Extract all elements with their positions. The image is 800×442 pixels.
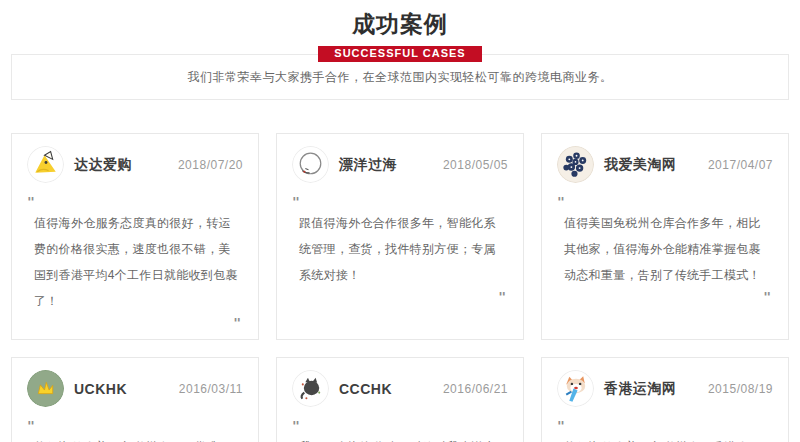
open-quote-icon xyxy=(292,195,508,208)
close-quote-icon xyxy=(557,290,771,303)
success-cases-section: 成功案例 SUCCESSFUL CASES 我们非常荣幸与大家携手合作，在全球范… xyxy=(0,12,800,442)
card-date: 2016/03/11 xyxy=(179,382,243,396)
card-name: 达达爱购 xyxy=(74,156,132,174)
card-name: UCKHK xyxy=(74,381,127,397)
card-date: 2016/06/21 xyxy=(443,382,508,396)
open-quote-icon xyxy=(27,195,243,208)
card-date: 2015/08/19 xyxy=(708,382,773,396)
card-name: 漂洋过海 xyxy=(339,156,397,174)
intro-text: 我们非常荣幸与大家携手合作，在全球范围内实现轻松可靠的跨境电商业务。 xyxy=(22,69,778,86)
green-crown-avatar xyxy=(27,370,64,407)
card-date: 2018/05/05 xyxy=(443,158,508,172)
card-name: 我爱美淘网 xyxy=(604,156,677,174)
page-title: 成功案例 xyxy=(0,12,800,37)
black-cat-avatar xyxy=(292,370,329,407)
testimonial-card: CCCHK 2016/06/21 我是一个海淘代购，时效对我来说真的很重要，值得… xyxy=(276,357,524,442)
testimonial-card: 达达爱购 2018/07/20 值得海外仓服务态度真的很好，转运费的价格很实惠，… xyxy=(11,133,259,340)
close-quote-icon xyxy=(27,316,241,329)
card-header: 漂洋过海 2018/05/05 xyxy=(292,146,508,183)
testimonial-card: UCKHK 2016/03/11 值得海外仓美国免税州仓，发货准时，运费非常便宜… xyxy=(11,357,259,442)
card-header: 我爱美淘网 2017/04/07 xyxy=(557,146,773,183)
card-quote-text: 值得美国免税州仓库合作多年，相比其他家，值得海外仓能精准掌握包裹动态和重量，告别… xyxy=(564,210,773,288)
open-quote-icon xyxy=(557,195,773,208)
banner-ribbon: SUCCESSFUL CASES xyxy=(318,46,481,62)
card-quote-text: 值得海外仓美国免税州仓，发货准时，运费非常便宜；作为一个香港客户必须给个 LIK… xyxy=(34,434,243,442)
card-name: 香港运淘网 xyxy=(604,380,677,398)
card-header: CCCHK 2016/06/21 xyxy=(292,370,508,407)
banner-ribbon-wrap: SUCCESSFUL CASES xyxy=(0,43,800,62)
testimonial-card: 香港运淘网 2015/08/19 值得海外仓美国免税州仓，香港仓 跟我司系统进行… xyxy=(541,357,789,442)
open-quote-icon xyxy=(27,419,243,432)
close-quote-icon xyxy=(292,290,506,303)
testimonial-card: 漂洋过海 2018/05/05 跟值得海外仓合作很多年，智能化系统管理，查货，找… xyxy=(276,133,524,340)
open-quote-icon xyxy=(292,419,508,432)
card-quote-text: 跟值得海外仓合作很多年，智能化系统管理，查货，找件特别方便；专属系统对接！ xyxy=(299,210,508,288)
card-quote-text: 值得海外仓服务态度真的很好，转运费的价格很实惠，速度也很不错，美国到香港平均4个… xyxy=(34,210,243,314)
testimonial-grid: 达达爱购 2018/07/20 值得海外仓服务态度真的很好，转运费的价格很实惠，… xyxy=(11,133,789,442)
card-date: 2017/04/07 xyxy=(708,158,773,172)
card-header: 香港运淘网 2015/08/19 xyxy=(557,370,773,407)
card-quote-text: 我是一个海淘代购，时效对我来说真的很重要，值得美国免税州仓在黑五旺季依然准时收到… xyxy=(299,434,508,442)
open-quote-icon xyxy=(557,419,773,432)
blue-flowers-avatar xyxy=(557,146,594,183)
card-name: CCCHK xyxy=(339,381,392,397)
card-date: 2018/07/20 xyxy=(178,158,243,172)
husky-mascot-avatar xyxy=(557,370,594,407)
testimonial-card: 我爱美淘网 2017/04/07 值得美国免税州仓库合作多年，相比其他家，值得海… xyxy=(541,133,789,340)
card-header: 达达爱购 2018/07/20 xyxy=(27,146,243,183)
yellow-mascot-avatar xyxy=(27,146,64,183)
card-header: UCKHK 2016/03/11 xyxy=(27,370,243,407)
card-quote-text: 值得海外仓美国免税州仓，香港仓 跟我司系统进行无缝对接，完美实现了 海外仓配送人… xyxy=(564,434,773,442)
line-circle-avatar xyxy=(292,146,329,183)
